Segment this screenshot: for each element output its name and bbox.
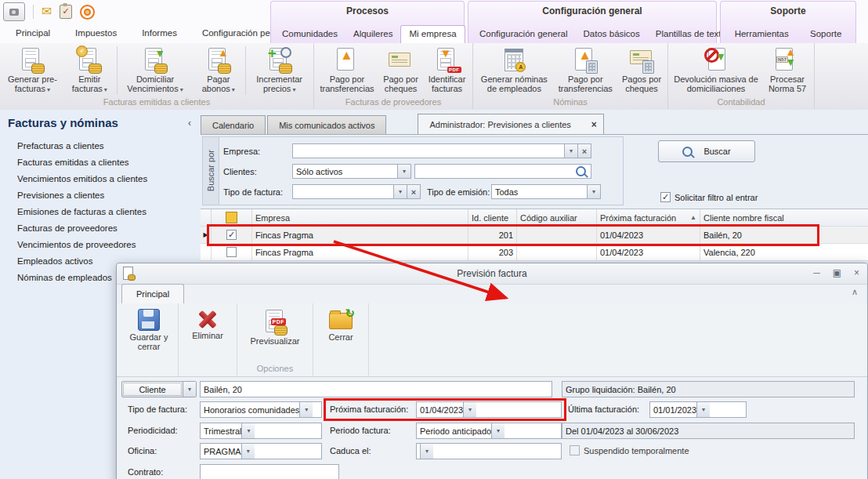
tab-herramientas[interactable]: Herramientas	[727, 26, 797, 43]
pagar-abonos-button[interactable]: ▲ Pagar abonos	[192, 44, 244, 97]
column-header-empresa[interactable]: Empresa	[252, 209, 468, 226]
grid-row-201[interactable]: ▶ Fincas Pragma 201 01/04/2023 Bailén, 2…	[201, 227, 868, 244]
pago-cheques-button[interactable]: Pago por cheques	[378, 44, 423, 97]
row-checkbox-unchecked[interactable]	[226, 247, 237, 257]
procesar-norma57-button[interactable]: N57▲▼ Procesar Norma 57	[762, 44, 812, 97]
grid-row-203[interactable]: Fincas Pragma 203 01/04/2023 Valencia, 2…	[201, 244, 868, 261]
contrato-input[interactable]	[200, 464, 339, 479]
tab-datos-basicos[interactable]: Datos básicos	[576, 26, 648, 43]
clientes-search-input[interactable]	[414, 164, 591, 179]
dropdown-arrow-icon[interactable]	[491, 423, 505, 438]
column-header-cliente-nombre-fiscal[interactable]: Cliente nombre fiscal	[700, 209, 868, 226]
cerrar-button[interactable]: ↻ Cerrar	[316, 306, 365, 364]
form-row-tipo-factura: Tipo de factura: Honorarios comunidades …	[117, 401, 867, 418]
suspendido-checkbox[interactable]: Suspendido temporalmente	[570, 445, 689, 455]
form-row-periodicidad: Periodicidad: Trimestral Periodo factura…	[117, 423, 867, 439]
ultima-facturacion-label: Última facturación:	[568, 401, 639, 418]
close-icon[interactable]: ×	[854, 267, 859, 278]
ultima-facturacion-combo[interactable]: 01/01/2023	[649, 401, 747, 418]
caduca-el-combo[interactable]	[416, 443, 562, 459]
pago-transferencias-button[interactable]: ▲ Pago por transferencias	[316, 44, 378, 97]
dialog-titlebar[interactable]: Previsión factura ─ ▣ ×	[117, 263, 867, 285]
tab-alquileres[interactable]: Alquileres	[345, 26, 401, 43]
clear-icon[interactable]	[577, 144, 591, 158]
mail-icon[interactable]: ✉	[42, 5, 52, 18]
row-checkbox-checked[interactable]	[226, 230, 237, 240]
tab-mi-empresa[interactable]: Mi empresa	[400, 25, 465, 43]
tab-mis-comunicados[interactable]: Mis comunicados activos	[267, 115, 386, 134]
column-header-proxima-facturacion[interactable]: Próxima facturación▲	[597, 209, 700, 226]
app-menu-icon[interactable]	[3, 2, 25, 21]
tipo-emision-combo[interactable]: Todas	[491, 184, 601, 199]
tab-impuestos[interactable]: Impuestos	[64, 25, 128, 41]
minimize-icon[interactable]: ─	[813, 267, 820, 278]
dropdown-arrow-icon[interactable]	[397, 165, 410, 178]
clientes-combo[interactable]: Sólo activos	[292, 164, 411, 179]
tab-soporte[interactable]: Soporte	[802, 26, 849, 43]
tab-principal-dialog[interactable]: Principal	[121, 284, 184, 303]
restore-icon[interactable]: ▣	[833, 267, 841, 278]
domiciliar-vencimientos-button[interactable]: ▼ Domiciliar Vencimientos	[118, 44, 193, 97]
empresa-combo[interactable]	[292, 143, 591, 158]
sidebar-item-emisiones[interactable]: Emisiones de facturas a clientes	[17, 204, 147, 220]
eliminar-button[interactable]: Eliminar	[182, 306, 233, 364]
clear-icon[interactable]	[407, 185, 420, 198]
tasks-icon[interactable]	[60, 5, 72, 19]
dropdown-arrow-icon[interactable]	[183, 382, 196, 397]
column-header-id-cliente[interactable]: Id. cliente	[468, 209, 517, 226]
tipo-factura-combo[interactable]	[292, 184, 421, 199]
tab-informes[interactable]: Informes	[131, 25, 188, 41]
dropdown-arrow-icon[interactable]	[696, 402, 710, 417]
search-icon[interactable]	[576, 166, 586, 176]
solicitar-filtro-checkbox[interactable]: Solicitar filtro al entrar	[660, 192, 758, 202]
checkbox-unchecked-icon[interactable]	[570, 445, 580, 455]
sidebar-item-previsiones[interactable]: Previsiones a clientes	[17, 187, 147, 204]
sidebar-item-facturas-proveedores[interactable]: Facturas de proveedores	[17, 220, 147, 237]
broadcast-icon[interactable]	[80, 5, 95, 20]
dropdown-arrow-icon[interactable]	[564, 144, 577, 158]
dropdown-arrow-icon[interactable]	[299, 402, 313, 417]
incrementar-precios-button[interactable]: + Incrementar precios	[247, 44, 312, 97]
periodo-factura-combo[interactable]: Periodo anticipado	[416, 423, 562, 439]
dropdown-arrow-icon[interactable]	[241, 444, 255, 459]
close-tab-icon[interactable]: ×	[591, 119, 597, 130]
tab-calendario[interactable]: Calendario	[201, 115, 266, 134]
sidebar-item-vencimientos-emitidos[interactable]: Vencimientos emitidos a clientes	[17, 171, 147, 187]
collapse-ribbon-icon[interactable]: ∧	[852, 287, 858, 297]
sidebar-item-facturas-emitidas[interactable]: Facturas emitidas a clientes	[17, 154, 147, 171]
close-folder-icon: ↻	[329, 313, 353, 329]
dropdown-arrow-icon[interactable]	[241, 423, 255, 438]
tab-comunidades[interactable]: Comunidades	[274, 26, 345, 43]
cliente-field[interactable]: Bailén, 20	[200, 381, 552, 397]
dropdown-arrow-icon[interactable]	[463, 402, 476, 417]
sidebar-item-prefacturas[interactable]: Prefacturas a clientes	[17, 138, 147, 154]
sidebar-collapse-icon[interactable]: ‹	[188, 118, 191, 129]
tab-principal[interactable]: Principal	[5, 25, 61, 41]
sidebar-item-vencimientos-proveedores[interactable]: Vencimientos de proveedores	[17, 237, 147, 253]
periodicidad-combo[interactable]: Trimestral	[200, 423, 322, 439]
nominas-pago-transferencias-button[interactable]: ▲ Pago por transferencias	[554, 44, 617, 97]
dropdown-arrow-icon[interactable]	[393, 185, 407, 198]
select-all-header[interactable]	[212, 209, 252, 226]
tipo-factura-combo-dialog[interactable]: Honorarios comunidades	[200, 401, 322, 418]
ribbon-separator	[245, 46, 246, 95]
dropdown-arrow-icon[interactable]	[587, 185, 600, 198]
cliente-button[interactable]: Cliente	[121, 381, 197, 397]
buscar-button[interactable]: Buscar	[658, 140, 755, 162]
generar-prefacturas-button[interactable]: Generar pre-facturas	[2, 44, 63, 97]
dropdown-arrow-icon[interactable]	[420, 444, 433, 459]
tab-administrador-previsiones[interactable]: Administrador: Previsiones a clientes ×	[418, 114, 603, 134]
identificar-facturas-button[interactable]: ▼PDF Identificar facturas	[423, 44, 471, 97]
column-header-codigo-auxiliar[interactable]: Código auxiliar	[517, 209, 597, 226]
cheque-calculator-icon	[627, 46, 656, 74]
checkbox-checked-icon[interactable]	[660, 192, 671, 202]
guardar-cerrar-button[interactable]: Guardar y cerrar	[123, 306, 175, 364]
nominas-pagos-cheques-button[interactable]: Pagos por cheques	[617, 44, 666, 97]
tab-configuracion-general[interactable]: Configuración general	[472, 26, 576, 43]
devolucion-masiva-button[interactable]: ▼ Devolución masiva de domiciliaciones	[670, 44, 762, 97]
emitir-facturas-button[interactable]: ✓ Emitir facturas	[63, 44, 116, 97]
proxima-facturacion-combo[interactable]: 01/04/2023	[416, 401, 562, 418]
generar-nominas-button[interactable]: A Generar nóminas de empleados	[475, 44, 554, 97]
oficina-combo[interactable]: PRAGMA	[200, 443, 322, 459]
previsualizar-button[interactable]: PDF Previsualizar	[241, 306, 309, 364]
